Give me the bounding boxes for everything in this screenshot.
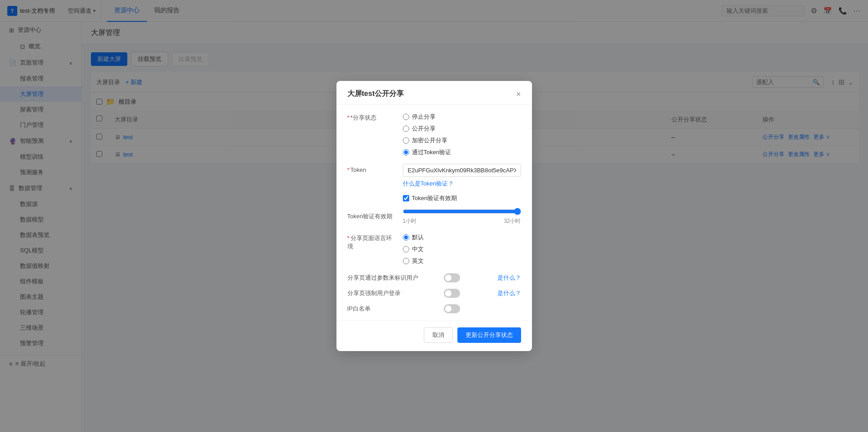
slider-row: Token验证有效期 1小时 32小时 — [347, 208, 521, 225]
radio-en-label: 英文 — [412, 257, 424, 265]
token-help-link[interactable]: 什么是Token验证？ — [403, 180, 454, 188]
radio-en-input[interactable] — [403, 258, 409, 264]
radio-zh-input[interactable] — [403, 246, 409, 252]
token-input-wrap — [403, 164, 521, 177]
dialog-title: 大屏test公开分享 — [347, 89, 404, 99]
token-label: *Token — [347, 164, 397, 173]
radio-default-label: 默认 — [412, 233, 424, 241]
share-status-options: 停止分享 公开分享 加密公开分享 通过Token验证 — [403, 113, 521, 156]
ip-whitelist-label: IP白名单 — [347, 305, 438, 313]
token-expiry-checkbox-row: Token验证有效期 — [347, 194, 521, 202]
update-button[interactable]: 更新公开分享状态 — [457, 327, 521, 343]
force-login-row: 分享页强制用户登录 是什么？ — [347, 289, 521, 298]
lang-row: *分享页面语言环境 默认 中文 英文 — [347, 233, 521, 265]
token-row: *Token — [347, 164, 521, 177]
lang-options: 默认 中文 英文 — [403, 233, 521, 265]
dialog-close-btn[interactable]: × — [516, 90, 521, 98]
radio-zh-label: 中文 — [412, 245, 424, 253]
token-link-row: 什么是Token验证？ — [347, 180, 521, 188]
radio-token-input[interactable] — [403, 149, 409, 156]
radio-stop-label: 停止分享 — [412, 113, 436, 121]
force-login-label: 分享页强制用户登录 — [347, 289, 438, 297]
radio-default-input[interactable] — [403, 234, 409, 241]
token-expiry-label[interactable]: Token验证有效期 — [403, 194, 457, 202]
slider-label: Token验证有效期 — [347, 212, 397, 221]
overlay: 大屏test公开分享 × **分享状态 停止分享 公开分享 — [0, 0, 868, 432]
slider-min-label: 1小时 — [403, 217, 417, 225]
radio-public-input[interactable] — [403, 126, 409, 132]
share-status-row: **分享状态 停止分享 公开分享 加密公开分享 — [347, 113, 521, 156]
radio-default: 默认 — [403, 233, 521, 241]
dialog-header: 大屏test公开分享 × — [336, 81, 532, 105]
force-login-link[interactable]: 是什么？ — [497, 289, 521, 297]
slider-max-label: 32小时 — [504, 217, 521, 225]
token-expiry-checkbox[interactable] — [403, 195, 409, 201]
token-expiry-slider[interactable] — [403, 208, 521, 215]
dialog-footer: 取消 更新公开分享状态 — [336, 321, 532, 351]
radio-stop: 停止分享 — [403, 113, 521, 121]
dialog: 大屏test公开分享 × **分享状态 停止分享 公开分享 — [336, 81, 532, 351]
radio-token: 通过Token验证 — [403, 148, 521, 156]
radio-encrypted-input[interactable] — [403, 137, 409, 144]
radio-encrypted: 加密公开分享 — [403, 136, 521, 145]
token-input[interactable] — [403, 164, 521, 177]
radio-zh: 中文 — [403, 245, 521, 253]
user-identify-label: 分享页通过参数来标识用户 — [347, 274, 438, 282]
slider-container: 1小时 32小时 — [403, 208, 521, 225]
dialog-body: **分享状态 停止分享 公开分享 加密公开分享 — [336, 105, 532, 321]
radio-en: 英文 — [403, 257, 521, 265]
force-login-toggle[interactable] — [444, 289, 460, 298]
radio-public-label: 公开分享 — [412, 125, 436, 133]
user-identify-row: 分享页通过参数来标识用户 是什么？ — [347, 273, 521, 282]
radio-token-label: 通过Token验证 — [412, 148, 452, 156]
ip-whitelist-toggle[interactable] — [444, 304, 460, 313]
user-identify-link[interactable]: 是什么？ — [497, 274, 521, 282]
radio-encrypted-label: 加密公开分享 — [412, 136, 447, 145]
ip-whitelist-row: IP白名单 — [347, 304, 521, 313]
token-expiry-text: Token验证有效期 — [412, 194, 457, 202]
radio-public: 公开分享 — [403, 125, 521, 133]
share-status-label: **分享状态 — [347, 113, 397, 122]
cancel-button[interactable]: 取消 — [424, 327, 453, 343]
radio-stop-input[interactable] — [403, 114, 409, 120]
user-identify-toggle[interactable] — [444, 273, 460, 282]
lang-label: *分享页面语言环境 — [347, 233, 397, 251]
